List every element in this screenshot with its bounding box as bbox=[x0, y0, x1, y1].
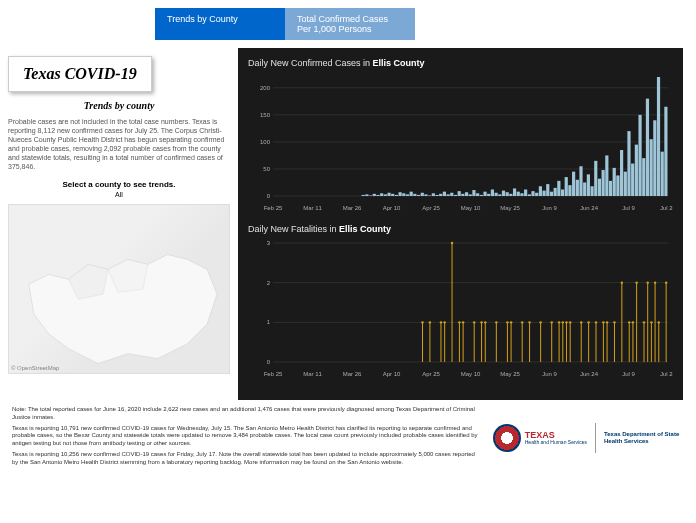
svg-rect-81 bbox=[494, 193, 497, 196]
svg-rect-105 bbox=[583, 182, 586, 196]
svg-rect-123 bbox=[650, 139, 653, 196]
svg-rect-50 bbox=[380, 193, 383, 196]
svg-rect-127 bbox=[664, 107, 667, 196]
svg-rect-57 bbox=[406, 194, 409, 196]
svg-text:Mar 26: Mar 26 bbox=[343, 205, 362, 211]
svg-rect-113 bbox=[613, 168, 616, 196]
svg-text:May 25: May 25 bbox=[500, 205, 520, 211]
svg-rect-76 bbox=[476, 193, 479, 196]
svg-text:Jul 24: Jul 24 bbox=[660, 371, 673, 377]
svg-rect-56 bbox=[402, 193, 405, 196]
svg-rect-68 bbox=[447, 194, 450, 196]
svg-rect-88 bbox=[520, 193, 523, 196]
svg-rect-90 bbox=[528, 194, 531, 196]
chart1-county: Ellis County bbox=[373, 58, 425, 68]
hhs-logo: TEXAS Health and Human Services bbox=[493, 424, 587, 452]
svg-rect-64 bbox=[432, 193, 435, 196]
svg-rect-99 bbox=[561, 190, 564, 196]
svg-rect-78 bbox=[483, 192, 486, 196]
county-map[interactable]: © OpenStreetMap bbox=[8, 204, 230, 374]
svg-rect-126 bbox=[661, 152, 664, 196]
charts-panel: Daily New Confirmed Cases in Ellis Count… bbox=[238, 48, 683, 400]
svg-text:200: 200 bbox=[260, 85, 271, 91]
svg-rect-86 bbox=[513, 188, 516, 196]
select-label: Select a county to see trends. bbox=[8, 180, 230, 189]
svg-text:Jul 24: Jul 24 bbox=[660, 205, 673, 211]
svg-text:Jun 24: Jun 24 bbox=[580, 205, 599, 211]
svg-text:100: 100 bbox=[260, 139, 271, 145]
svg-rect-73 bbox=[465, 192, 468, 196]
svg-rect-109 bbox=[598, 179, 601, 196]
svg-rect-65 bbox=[435, 195, 438, 196]
svg-text:Apr 25: Apr 25 bbox=[422, 371, 440, 377]
texas-seal-icon bbox=[493, 424, 521, 452]
footer: Note: The total reported cases for June … bbox=[0, 400, 696, 476]
svg-rect-106 bbox=[587, 174, 590, 196]
svg-text:Jun 9: Jun 9 bbox=[542, 205, 557, 211]
svg-rect-110 bbox=[602, 170, 605, 196]
svg-rect-102 bbox=[572, 172, 575, 196]
svg-rect-46 bbox=[365, 194, 368, 196]
svg-text:Apr 10: Apr 10 bbox=[383, 205, 401, 211]
svg-rect-60 bbox=[417, 195, 420, 196]
svg-text:3: 3 bbox=[267, 240, 271, 246]
svg-rect-122 bbox=[646, 99, 649, 196]
svg-rect-87 bbox=[517, 192, 520, 196]
svg-text:1: 1 bbox=[267, 319, 271, 325]
svg-rect-103 bbox=[576, 180, 579, 196]
svg-rect-116 bbox=[624, 172, 627, 196]
svg-rect-100 bbox=[565, 177, 568, 196]
svg-rect-61 bbox=[421, 193, 424, 196]
svg-text:Mar 11: Mar 11 bbox=[303, 205, 322, 211]
description: Probable cases are not included in the t… bbox=[8, 117, 230, 172]
svg-rect-54 bbox=[395, 195, 398, 196]
svg-rect-124 bbox=[653, 120, 656, 196]
svg-rect-97 bbox=[554, 188, 557, 196]
svg-text:May 10: May 10 bbox=[461, 371, 481, 377]
svg-text:150: 150 bbox=[260, 112, 271, 118]
svg-rect-91 bbox=[531, 191, 534, 196]
svg-text:50: 50 bbox=[263, 166, 270, 172]
svg-text:Jun 9: Jun 9 bbox=[542, 371, 557, 377]
svg-rect-83 bbox=[502, 191, 505, 196]
note-1: Note: The total reported cases for June … bbox=[12, 406, 483, 422]
svg-rect-96 bbox=[550, 192, 553, 196]
svg-text:0: 0 bbox=[267, 359, 271, 365]
svg-text:Mar 11: Mar 11 bbox=[303, 371, 322, 377]
svg-rect-74 bbox=[469, 194, 472, 196]
svg-rect-117 bbox=[627, 131, 630, 196]
svg-text:2: 2 bbox=[267, 280, 271, 286]
svg-rect-104 bbox=[579, 166, 582, 196]
svg-rect-53 bbox=[391, 194, 394, 196]
svg-rect-94 bbox=[542, 191, 545, 196]
svg-text:Jun 24: Jun 24 bbox=[580, 371, 599, 377]
svg-rect-121 bbox=[642, 158, 645, 196]
logos: TEXAS Health and Human Services Texas De… bbox=[493, 406, 684, 470]
svg-rect-47 bbox=[369, 195, 372, 196]
svg-rect-71 bbox=[458, 191, 461, 196]
svg-rect-89 bbox=[524, 190, 527, 196]
svg-rect-92 bbox=[535, 193, 538, 196]
svg-rect-67 bbox=[443, 192, 446, 196]
chart2-county: Ellis County bbox=[339, 224, 391, 234]
svg-rect-52 bbox=[387, 193, 390, 196]
page-title: Texas COVID-19 bbox=[8, 56, 152, 92]
footer-notes: Note: The total reported cases for June … bbox=[12, 406, 483, 470]
svg-rect-45 bbox=[362, 195, 365, 196]
svg-rect-125 bbox=[657, 77, 660, 196]
note-3: Texas is reporting 10,256 new confirmed … bbox=[12, 451, 483, 467]
left-panel: Texas COVID-19 Trends by county Probable… bbox=[0, 48, 238, 400]
map-attribution: © OpenStreetMap bbox=[11, 365, 59, 371]
logo-divider bbox=[595, 423, 596, 453]
county-select[interactable]: All bbox=[8, 191, 230, 198]
tab-trends[interactable]: Trends by County bbox=[155, 8, 285, 40]
svg-rect-119 bbox=[635, 145, 638, 196]
svg-rect-70 bbox=[454, 195, 457, 196]
tab-per-1000[interactable]: Total Confirmed Cases Per 1,000 Persons bbox=[285, 8, 415, 40]
svg-rect-93 bbox=[539, 186, 542, 196]
svg-rect-51 bbox=[384, 194, 387, 196]
svg-rect-79 bbox=[487, 194, 490, 196]
svg-rect-84 bbox=[506, 192, 509, 196]
svg-rect-98 bbox=[557, 181, 560, 196]
svg-rect-95 bbox=[546, 184, 549, 196]
